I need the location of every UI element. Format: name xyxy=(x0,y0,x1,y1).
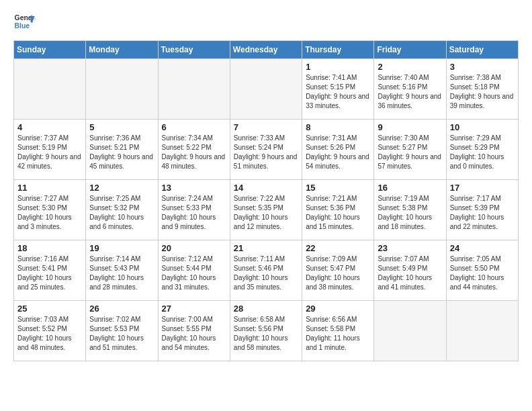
weekday-header-wednesday: Wednesday xyxy=(230,41,302,59)
calendar-cell: 14Sunrise: 7:22 AMSunset: 5:35 PMDayligh… xyxy=(230,180,302,240)
day-number: 4 xyxy=(17,122,82,132)
day-info: Sunrise: 7:40 AMSunset: 5:16 PMDaylight:… xyxy=(378,73,442,111)
day-number: 28 xyxy=(234,304,298,314)
calendar-cell: 25Sunrise: 7:03 AMSunset: 5:52 PMDayligh… xyxy=(14,301,86,361)
calendar-cell: 6Sunrise: 7:34 AMSunset: 5:22 PMDaylight… xyxy=(158,120,230,180)
calendar-cell xyxy=(86,59,158,120)
logo: General Blue xyxy=(13,11,35,32)
calendar-cell: 5Sunrise: 7:36 AMSunset: 5:21 PMDaylight… xyxy=(86,120,158,180)
day-info: Sunrise: 7:00 AMSunset: 5:55 PMDaylight:… xyxy=(162,315,226,353)
day-info: Sunrise: 7:12 AMSunset: 5:44 PMDaylight:… xyxy=(162,255,226,292)
calendar-cell: 17Sunrise: 7:17 AMSunset: 5:39 PMDayligh… xyxy=(446,180,518,240)
day-number: 6 xyxy=(162,122,226,132)
day-info: Sunrise: 7:05 AMSunset: 5:50 PMDaylight:… xyxy=(450,255,515,292)
week-row-2: 4Sunrise: 7:37 AMSunset: 5:19 PMDaylight… xyxy=(14,120,519,180)
day-number: 11 xyxy=(17,183,82,193)
calendar-cell: 4Sunrise: 7:37 AMSunset: 5:19 PMDaylight… xyxy=(14,120,86,180)
weekday-header-monday: Monday xyxy=(86,41,158,59)
day-number: 18 xyxy=(17,243,82,253)
day-number: 13 xyxy=(162,183,226,193)
calendar-cell xyxy=(14,59,86,120)
calendar-cell: 11Sunrise: 7:27 AMSunset: 5:30 PMDayligh… xyxy=(14,180,86,240)
day-number: 7 xyxy=(234,122,298,132)
calendar-cell: 24Sunrise: 7:05 AMSunset: 5:50 PMDayligh… xyxy=(446,240,518,301)
calendar-cell: 22Sunrise: 7:09 AMSunset: 5:47 PMDayligh… xyxy=(302,240,374,301)
day-info: Sunrise: 7:17 AMSunset: 5:39 PMDaylight:… xyxy=(450,194,515,232)
day-info: Sunrise: 7:19 AMSunset: 5:38 PMDaylight:… xyxy=(378,194,442,232)
day-number: 17 xyxy=(450,183,515,193)
day-number: 19 xyxy=(89,243,154,253)
day-info: Sunrise: 7:14 AMSunset: 5:43 PMDaylight:… xyxy=(89,255,154,292)
day-info: Sunrise: 7:24 AMSunset: 5:33 PMDaylight:… xyxy=(162,194,226,232)
day-info: Sunrise: 7:11 AMSunset: 5:46 PMDaylight:… xyxy=(234,255,298,292)
calendar-cell: 26Sunrise: 7:02 AMSunset: 5:53 PMDayligh… xyxy=(86,301,158,361)
day-info: Sunrise: 7:29 AMSunset: 5:29 PMDaylight:… xyxy=(450,134,515,171)
day-number: 27 xyxy=(162,304,226,314)
calendar-cell: 1Sunrise: 7:41 AMSunset: 5:15 PMDaylight… xyxy=(302,59,374,120)
calendar-table: SundayMondayTuesdayWednesdayThursdayFrid… xyxy=(13,40,519,361)
calendar-cell xyxy=(374,301,446,361)
day-info: Sunrise: 7:38 AMSunset: 5:18 PMDaylight:… xyxy=(450,73,515,111)
calendar-cell: 28Sunrise: 6:58 AMSunset: 5:56 PMDayligh… xyxy=(230,301,302,361)
svg-text:Blue: Blue xyxy=(15,22,30,30)
weekday-header-friday: Friday xyxy=(374,41,446,59)
day-number: 12 xyxy=(89,183,154,193)
day-info: Sunrise: 7:27 AMSunset: 5:30 PMDaylight:… xyxy=(17,194,82,232)
day-number: 1 xyxy=(306,62,370,72)
day-info: Sunrise: 7:34 AMSunset: 5:22 PMDaylight:… xyxy=(162,134,226,171)
calendar-cell: 13Sunrise: 7:24 AMSunset: 5:33 PMDayligh… xyxy=(158,180,230,240)
day-info: Sunrise: 7:03 AMSunset: 5:52 PMDaylight:… xyxy=(17,315,82,353)
calendar-cell xyxy=(446,301,518,361)
calendar-cell: 19Sunrise: 7:14 AMSunset: 5:43 PMDayligh… xyxy=(86,240,158,301)
day-number: 20 xyxy=(162,243,226,253)
day-info: Sunrise: 6:56 AMSunset: 5:58 PMDaylight:… xyxy=(306,315,370,353)
calendar-cell: 20Sunrise: 7:12 AMSunset: 5:44 PMDayligh… xyxy=(158,240,230,301)
day-info: Sunrise: 6:58 AMSunset: 5:56 PMDaylight:… xyxy=(234,315,298,353)
weekday-header-tuesday: Tuesday xyxy=(158,41,230,59)
calendar-cell: 9Sunrise: 7:30 AMSunset: 5:27 PMDaylight… xyxy=(374,120,446,180)
day-info: Sunrise: 7:31 AMSunset: 5:26 PMDaylight:… xyxy=(306,134,370,171)
day-number: 21 xyxy=(234,243,298,253)
day-number: 8 xyxy=(306,122,370,132)
week-row-3: 11Sunrise: 7:27 AMSunset: 5:30 PMDayligh… xyxy=(14,180,519,240)
calendar-cell: 18Sunrise: 7:16 AMSunset: 5:41 PMDayligh… xyxy=(14,240,86,301)
week-row-1: 1Sunrise: 7:41 AMSunset: 5:15 PMDaylight… xyxy=(14,59,519,120)
calendar-cell: 2Sunrise: 7:40 AMSunset: 5:16 PMDaylight… xyxy=(374,59,446,120)
calendar-cell: 29Sunrise: 6:56 AMSunset: 5:58 PMDayligh… xyxy=(302,301,374,361)
calendar-cell: 15Sunrise: 7:21 AMSunset: 5:36 PMDayligh… xyxy=(302,180,374,240)
day-info: Sunrise: 7:41 AMSunset: 5:15 PMDaylight:… xyxy=(306,73,370,111)
day-info: Sunrise: 7:21 AMSunset: 5:36 PMDaylight:… xyxy=(306,194,370,232)
calendar-cell: 23Sunrise: 7:07 AMSunset: 5:49 PMDayligh… xyxy=(374,240,446,301)
calendar-cell: 12Sunrise: 7:25 AMSunset: 5:32 PMDayligh… xyxy=(86,180,158,240)
day-info: Sunrise: 7:36 AMSunset: 5:21 PMDaylight:… xyxy=(89,134,154,171)
day-number: 14 xyxy=(234,183,298,193)
calendar-cell: 7Sunrise: 7:33 AMSunset: 5:24 PMDaylight… xyxy=(230,120,302,180)
day-number: 23 xyxy=(378,243,442,253)
header: General Blue xyxy=(13,11,519,32)
day-info: Sunrise: 7:16 AMSunset: 5:41 PMDaylight:… xyxy=(17,255,82,292)
day-number: 16 xyxy=(378,183,442,193)
week-row-5: 25Sunrise: 7:03 AMSunset: 5:52 PMDayligh… xyxy=(14,301,519,361)
day-info: Sunrise: 7:33 AMSunset: 5:24 PMDaylight:… xyxy=(234,134,298,171)
calendar-cell: 8Sunrise: 7:31 AMSunset: 5:26 PMDaylight… xyxy=(302,120,374,180)
day-number: 24 xyxy=(450,243,515,253)
day-number: 15 xyxy=(306,183,370,193)
day-number: 10 xyxy=(450,122,515,132)
day-number: 2 xyxy=(378,62,442,72)
day-number: 5 xyxy=(89,122,154,132)
day-number: 26 xyxy=(89,304,154,314)
day-info: Sunrise: 7:30 AMSunset: 5:27 PMDaylight:… xyxy=(378,134,442,171)
week-row-4: 18Sunrise: 7:16 AMSunset: 5:41 PMDayligh… xyxy=(14,240,519,301)
day-info: Sunrise: 7:25 AMSunset: 5:32 PMDaylight:… xyxy=(89,194,154,232)
calendar-cell xyxy=(158,59,230,120)
weekday-header-saturday: Saturday xyxy=(446,41,518,59)
day-info: Sunrise: 7:22 AMSunset: 5:35 PMDaylight:… xyxy=(234,194,298,232)
weekday-header-row: SundayMondayTuesdayWednesdayThursdayFrid… xyxy=(14,41,519,59)
weekday-header-thursday: Thursday xyxy=(302,41,374,59)
calendar-cell: 3Sunrise: 7:38 AMSunset: 5:18 PMDaylight… xyxy=(446,59,518,120)
day-number: 22 xyxy=(306,243,370,253)
day-number: 3 xyxy=(450,62,515,72)
calendar-cell: 27Sunrise: 7:00 AMSunset: 5:55 PMDayligh… xyxy=(158,301,230,361)
day-info: Sunrise: 7:37 AMSunset: 5:19 PMDaylight:… xyxy=(17,134,82,171)
day-info: Sunrise: 7:02 AMSunset: 5:53 PMDaylight:… xyxy=(89,315,154,353)
